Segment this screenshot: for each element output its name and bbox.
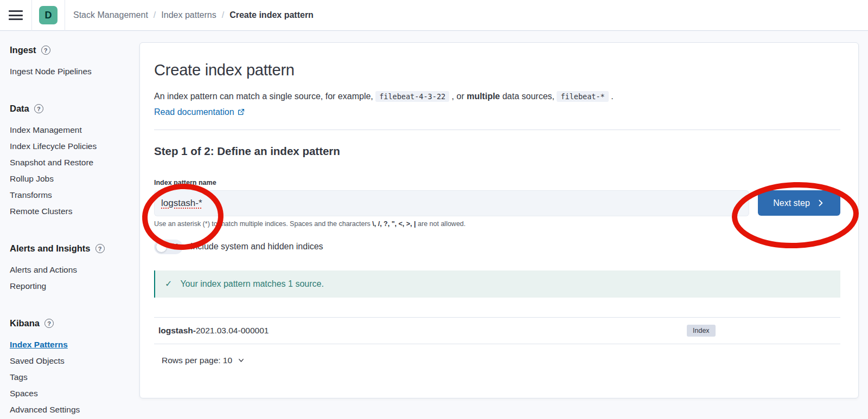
topbar-divider (65, 0, 65, 31)
sidebar-group-kibana: Kibana ? Index Patterns Saved Objects Ta… (10, 318, 131, 418)
sidebar-heading-label: Alerts and Insights (10, 243, 91, 254)
space-avatar[interactable]: D (39, 6, 58, 24)
toggle-off-x-icon: ✕ (171, 242, 178, 252)
help-icon[interactable]: ? (41, 46, 50, 55)
hidden-indices-toggle-row: ✕ Include system and hidden indices (154, 240, 840, 254)
step-heading: Step 1 of 2: Define an index pattern (154, 145, 840, 158)
helper-text-segment: Use an asterisk (*) to match multiple in… (154, 220, 372, 228)
intro-text-segment: . (609, 92, 614, 101)
intro-text: An index pattern can match a single sour… (154, 89, 840, 104)
index-name: logstash-2021.03.04-000001 (158, 326, 269, 336)
index-pattern-name-label: Index pattern name (154, 179, 840, 186)
toggle-knob (156, 241, 167, 253)
sidebar-item-alerts-and-actions[interactable]: Alerts and Actions (10, 262, 131, 278)
sidebar-heading-label: Data (10, 104, 29, 114)
toggle-label: Include system and hidden indices (190, 242, 323, 252)
sidebar-heading-ingest: Ingest ? (10, 45, 131, 55)
index-name-matched-part: logstash- (158, 326, 196, 335)
next-step-label: Next step (773, 198, 810, 208)
sidebar-item-tags[interactable]: Tags (10, 369, 131, 385)
sidebar-heading-label: Kibana (10, 318, 40, 328)
index-pattern-form-row: logstash-* Next step (154, 190, 840, 216)
chevron-right-icon (816, 198, 825, 208)
sidebar-item-saved-objects[interactable]: Saved Objects (10, 353, 131, 369)
sidebar-heading-alerts-and-insights: Alerts and Insights ? (10, 243, 131, 254)
success-callout: ✓ Your index pattern matches 1 source. (154, 270, 840, 298)
chevron-down-icon (237, 356, 245, 364)
index-name-rest: 2021.03.04-000001 (196, 326, 269, 335)
intro-bold-word: multiple (467, 92, 500, 101)
sidebar-heading-kibana: Kibana ? (10, 318, 131, 328)
next-step-button[interactable]: Next step (758, 190, 840, 216)
breadcrumb-separator: / (154, 10, 156, 20)
breadcrumb-separator: / (222, 10, 224, 20)
management-sidebar: Ingest ? Ingest Node Pipelines Data ? In… (0, 31, 137, 419)
rows-per-page-selector[interactable]: Rows per page: 10 (162, 356, 245, 365)
helper-text-segment: are not allowed. (416, 220, 466, 228)
helper-disallowed-characters: \, /, ?, ", <, >, | (372, 220, 416, 228)
intro-text-segment: , or (449, 92, 467, 101)
sidebar-item-index-lifecycle-policies[interactable]: Index Lifecycle Policies (10, 138, 131, 154)
breadcrumb-current-page: Create index pattern (229, 10, 314, 20)
sidebar-item-transforms[interactable]: Transforms (10, 187, 131, 203)
section-divider (154, 130, 840, 130)
sidebar-heading-data: Data ? (10, 104, 131, 114)
index-type-badge: Index (687, 325, 716, 337)
sidebar-item-ingest-node-pipelines[interactable]: Ingest Node Pipelines (10, 63, 131, 80)
success-callout-text: Your index pattern matches 1 source. (180, 279, 323, 289)
sidebar-item-reporting[interactable]: Reporting (10, 278, 131, 294)
sidebar-item-index-patterns[interactable]: Index Patterns (10, 337, 131, 353)
sidebar-group-alerts-and-insights: Alerts and Insights ? Alerts and Actions… (10, 243, 131, 294)
index-pattern-name-input[interactable]: logstash-* (154, 190, 749, 216)
sidebar-item-spaces[interactable]: Spaces (10, 385, 131, 402)
breadcrumb: Stack Management / Index patterns / Crea… (73, 10, 314, 20)
help-icon[interactable]: ? (34, 104, 43, 113)
create-index-pattern-panel: Create index pattern An index pattern ca… (139, 42, 859, 398)
breadcrumb-stack-management[interactable]: Stack Management (73, 10, 148, 20)
read-documentation-label: Read documentation (154, 107, 234, 117)
intro-text-segment: An index pattern can match a single sour… (154, 92, 375, 101)
input-helper-text: Use an asterisk (*) to match multiple in… (154, 220, 840, 228)
sidebar-item-index-management[interactable]: Index Management (10, 122, 131, 138)
sidebar-item-advanced-settings[interactable]: Advanced Settings (10, 402, 131, 418)
example-code-wildcard: filebeat-* (557, 91, 608, 102)
checkmark-icon: ✓ (165, 279, 172, 289)
help-icon[interactable]: ? (95, 244, 105, 253)
sidebar-item-remote-clusters[interactable]: Remote Clusters (10, 203, 131, 220)
external-link-icon (238, 108, 245, 115)
rows-per-page-label: Rows per page: 10 (162, 356, 232, 365)
breadcrumb-index-patterns[interactable]: Index patterns (161, 10, 216, 20)
sidebar-group-data: Data ? Index Management Index Lifecycle … (10, 104, 131, 220)
page-title: Create index pattern (154, 61, 840, 79)
menu-hamburger-icon[interactable] (9, 10, 23, 20)
table-row: logstash-2021.03.04-000001 Index (154, 318, 840, 344)
sidebar-item-snapshot-and-restore[interactable]: Snapshot and Restore (10, 154, 131, 171)
intro-text-segment: data sources, (500, 92, 557, 101)
index-pattern-input-value: logstash-* (161, 198, 202, 209)
read-documentation-link[interactable]: Read documentation (154, 107, 245, 117)
sidebar-group-ingest: Ingest ? Ingest Node Pipelines (10, 45, 131, 80)
sidebar-heading-label: Ingest (10, 45, 36, 55)
matching-sources-table: logstash-2021.03.04-000001 Index (154, 317, 840, 344)
top-navigation-bar: D Stack Management / Index patterns / Cr… (0, 0, 868, 31)
include-hidden-indices-toggle[interactable]: ✕ (154, 240, 183, 254)
example-code-single-source: filebeat-4-3-22 (375, 91, 449, 102)
help-icon[interactable]: ? (44, 319, 54, 328)
sidebar-item-rollup-jobs[interactable]: Rollup Jobs (10, 171, 131, 187)
